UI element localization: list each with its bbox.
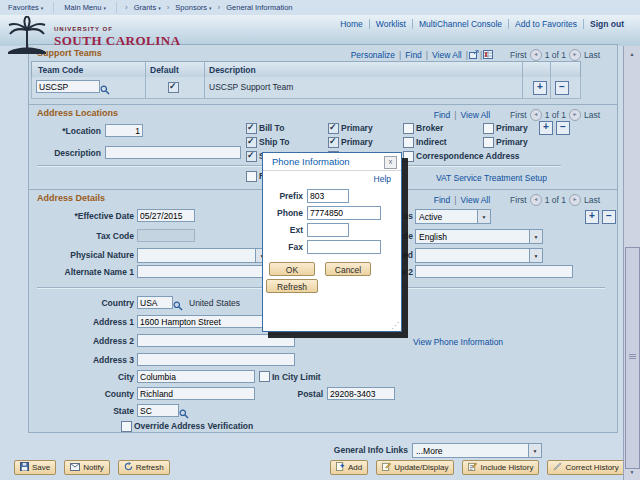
address3-input[interactable]: [137, 353, 295, 366]
ship-to-checkbox[interactable]: [246, 137, 257, 148]
view-all-link[interactable]: View All: [461, 195, 491, 205]
language-code-select[interactable]: English▼: [415, 229, 543, 244]
link-home[interactable]: Home: [340, 19, 363, 29]
link-multichannel-console[interactable]: MultiChannel Console: [419, 19, 502, 29]
pager-prev-icon[interactable]: ◄: [530, 109, 542, 121]
pager-prev-icon[interactable]: ◄: [530, 194, 542, 206]
effective-date-input[interactable]: [137, 209, 195, 222]
alternate-name2-input[interactable]: [415, 265, 573, 278]
country-input[interactable]: [137, 296, 173, 309]
pager-next-icon[interactable]: ►: [569, 194, 581, 206]
section-title: Address Locations: [37, 108, 118, 118]
envelope-icon: [70, 463, 80, 473]
help-link[interactable]: Help: [374, 174, 391, 184]
primary-checkbox[interactable]: [483, 137, 494, 148]
include-history-button[interactable]: Include History: [462, 460, 539, 475]
primary-checkbox[interactable]: [328, 137, 339, 148]
add-row-button[interactable]: +: [585, 210, 599, 224]
team-code-input[interactable]: [36, 80, 100, 93]
find-link[interactable]: Find: [405, 50, 422, 60]
scrollbar-thumb[interactable]: [625, 247, 640, 469]
sold-to-checkbox[interactable]: [246, 151, 257, 162]
dialog-title: Phone Information: [272, 156, 350, 167]
personalize-link[interactable]: Personalize: [351, 50, 395, 60]
postal-input[interactable]: [327, 387, 395, 400]
phone-input[interactable]: [307, 206, 381, 220]
find-link[interactable]: Find: [434, 110, 451, 120]
crumb-sponsors[interactable]: Sponsors▾: [175, 3, 211, 12]
menu-main-menu[interactable]: Main Menu▾: [64, 3, 106, 12]
scroll-up-icon[interactable]: ▲: [627, 49, 637, 59]
menu-favorites[interactable]: Favorites▾: [8, 3, 43, 12]
find-link[interactable]: Find: [434, 195, 451, 205]
in-city-limit-checkbox[interactable]: [259, 371, 270, 382]
remit-checkbox[interactable]: [246, 171, 257, 182]
add-button[interactable]: Add: [330, 460, 368, 475]
add-row-button[interactable]: +: [533, 81, 547, 95]
description-input[interactable]: [105, 146, 241, 159]
view-all-link[interactable]: View All: [432, 50, 462, 60]
fax-input[interactable]: [307, 240, 381, 254]
close-icon[interactable]: x: [384, 156, 397, 169]
override-address-verification-checkbox[interactable]: [121, 421, 132, 432]
phone-label: Phone: [263, 208, 303, 218]
breadcrumb: Favorites▾ Main Menu▾ › Grants▾ › Sponso…: [0, 0, 640, 16]
delete-row-button[interactable]: −: [602, 210, 616, 224]
vat-service-treatment-setup-link[interactable]: VAT Service Treatment Setup: [436, 173, 547, 183]
crumb-grants[interactable]: Grants▾: [134, 3, 161, 12]
delete-row-button[interactable]: −: [556, 121, 570, 135]
primary-label: Primary: [496, 137, 528, 147]
indirect-checkbox[interactable]: [403, 137, 414, 148]
correct-history-button[interactable]: Correct History: [547, 460, 624, 475]
state-input[interactable]: [137, 404, 179, 417]
chevron-down-icon: ▾: [103, 5, 106, 11]
column-header-description: Description: [209, 65, 256, 75]
divider: [53, 2, 54, 13]
status-select[interactable]: Active▼: [415, 209, 491, 224]
cancel-button[interactable]: Cancel: [325, 262, 371, 276]
primary-checkbox[interactable]: [483, 123, 494, 134]
link-add-to-favorites[interactable]: Add to Favorites: [515, 19, 577, 29]
city-input[interactable]: [137, 370, 255, 383]
grid-popout-icon[interactable]: [469, 50, 479, 61]
palmetto-tree-icon: [4, 16, 50, 54]
broker-checkbox[interactable]: [403, 123, 414, 134]
scroll-down-icon[interactable]: ▼: [627, 467, 637, 477]
refresh-button[interactable]: Refresh: [118, 460, 170, 475]
default-checkbox[interactable]: [168, 82, 179, 93]
postal-label: Postal: [243, 389, 323, 399]
resize-handle-icon[interactable]: ⋰: [391, 322, 399, 330]
correspondence-address-label: Correspondence Address: [416, 151, 520, 161]
view-phone-information-link[interactable]: View Phone Information: [413, 337, 503, 347]
refresh-button[interactable]: Refresh: [266, 279, 318, 293]
physical-nature-select[interactable]: ▼: [137, 248, 269, 263]
update-display-button[interactable]: Update/Display: [376, 460, 454, 475]
bill-to-checkbox[interactable]: [246, 123, 257, 134]
add-row-button[interactable]: +: [539, 121, 553, 135]
prefix-input[interactable]: [307, 189, 349, 203]
where-performed-select[interactable]: ▼: [415, 248, 543, 263]
ext-input[interactable]: [307, 223, 349, 237]
county-input[interactable]: [137, 387, 255, 400]
pager-prev-icon[interactable]: ◄: [530, 49, 542, 61]
link-worklist[interactable]: Worklist: [376, 19, 406, 29]
vertical-scrollbar[interactable]: ▲ ▼: [623, 46, 640, 480]
sign-out-button[interactable]: Sign out: [590, 19, 624, 29]
save-button[interactable]: Save: [14, 460, 56, 475]
view-all-link[interactable]: View All: [461, 110, 491, 120]
alternate-name1-input[interactable]: [137, 265, 273, 278]
pager-next-icon[interactable]: ►: [569, 109, 581, 121]
general-info-links-select[interactable]: ...More▼: [412, 443, 542, 458]
delete-row-button[interactable]: −: [555, 81, 569, 95]
correct-history-icon: [553, 462, 562, 473]
location-input[interactable]: [105, 124, 143, 137]
primary-checkbox[interactable]: [328, 123, 339, 134]
download-to-excel-icon[interactable]: [483, 50, 493, 61]
lookup-icon[interactable]: [100, 81, 110, 99]
ok-button[interactable]: OK: [269, 262, 315, 276]
pager-next-icon[interactable]: ►: [569, 49, 581, 61]
notify-button[interactable]: Notify: [64, 460, 109, 475]
correspondence-address-checkbox[interactable]: [403, 151, 414, 162]
address2-input[interactable]: [137, 334, 295, 347]
lookup-icon[interactable]: [173, 297, 183, 315]
